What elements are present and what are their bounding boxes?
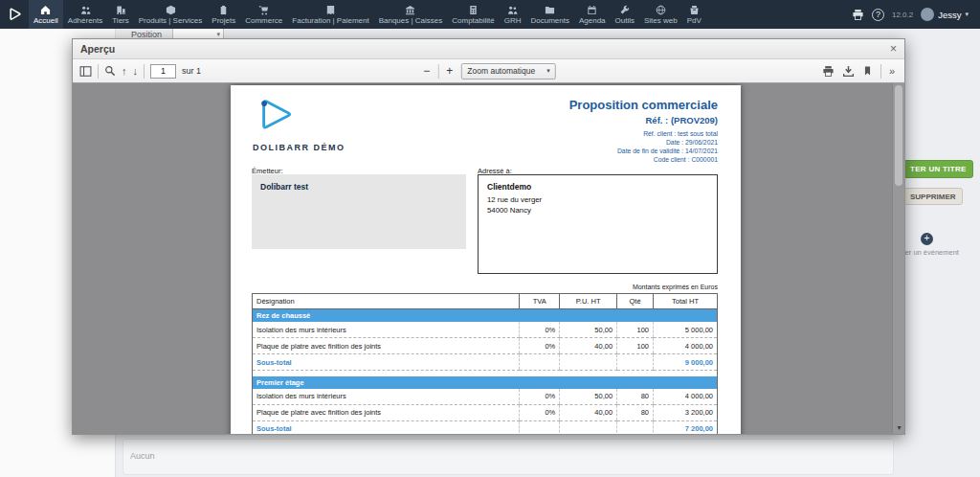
column-header: TVA [520, 294, 560, 309]
menu-label: Adhérents [68, 16, 102, 25]
menu-label: PdV [687, 16, 702, 25]
user-menu[interactable]: Jessy ▾ [921, 8, 969, 21]
company-name: DOLIBARR DÉMO [253, 143, 345, 152]
recipient-name: Clientdemo [487, 182, 708, 192]
document-ref: Réf. : (PROV209) [569, 115, 718, 125]
column-header: P.U. HT [560, 294, 617, 309]
zoom-out-icon[interactable]: − [421, 64, 432, 78]
chevron-down-icon: ▾ [216, 31, 220, 38]
search-icon[interactable] [104, 65, 116, 77]
section-row: Premier étage [253, 376, 718, 389]
modal-titlebar: Aperçu × [73, 39, 904, 59]
websites-icon [656, 5, 666, 15]
download-icon[interactable] [842, 65, 855, 78]
menu-label: Commerce [245, 16, 282, 25]
thirdparties-icon [116, 5, 126, 15]
commerce-icon [258, 5, 269, 15]
menu-commerce[interactable]: Commerce [240, 0, 287, 29]
menu-outils[interactable]: Outils [611, 0, 639, 29]
tools-icon [619, 5, 630, 15]
event-label: ler un événement [903, 248, 959, 257]
user-name: Jessy [938, 10, 961, 20]
menu-projets[interactable]: Projets [207, 0, 240, 29]
document-meta-line: Code client : C000001 [569, 155, 718, 164]
toolbar-separator [98, 64, 99, 79]
toolbar-separator [437, 64, 438, 79]
toolbar-center-group: − + Zoom automatique ▾ [421, 63, 555, 80]
menu-sites-web[interactable]: Sites web [639, 0, 682, 29]
documents-icon [545, 5, 555, 15]
page-number-input[interactable] [150, 64, 176, 79]
menu-banques-caisses[interactable]: Banques | Caisses [374, 0, 448, 29]
page-count-label: sur 1 [182, 66, 201, 76]
scroll-down-icon[interactable]: ▾ [893, 423, 904, 432]
add-event-icon[interactable]: + [921, 233, 933, 245]
zoom-in-icon[interactable]: + [444, 64, 455, 78]
line-row: Isolation des murs intérieurs0%50,001005… [253, 322, 718, 338]
vertical-scrollbar[interactable]: ▾ [892, 83, 904, 434]
menu-label: Accueil [33, 16, 58, 25]
add-title-button[interactable]: TER UN TITRE [903, 160, 973, 178]
line-row: Plaque de platre avec finition des joint… [253, 404, 718, 420]
menu-tiers[interactable]: Tiers [107, 0, 133, 29]
members-icon [80, 5, 91, 15]
toolbar-separator [880, 64, 881, 79]
pdf-page: DOLIBARR DÉMO Proposition commerciale Ré… [231, 85, 741, 434]
help-icon[interactable]: ? [872, 9, 884, 21]
column-header: Désignation [253, 294, 520, 309]
billing-icon [325, 5, 336, 15]
agenda-icon [587, 5, 597, 15]
close-icon[interactable]: × [890, 43, 897, 55]
dolibarr-demo-logo-icon [254, 96, 298, 138]
document-meta-line: Date de fin de validité : 14/07/2021 [569, 147, 718, 155]
previous-page-icon[interactable]: ↑ [122, 65, 127, 77]
zoom-select[interactable]: Zoom automatique ▾ [460, 63, 555, 80]
menu-adh-rents[interactable]: Adhérents [63, 0, 107, 29]
menu-label: Comptabilité [452, 16, 494, 25]
hr-icon [507, 5, 518, 15]
scrollbar-thumb[interactable] [895, 85, 902, 186]
print-icon[interactable] [852, 9, 864, 21]
user-avatar [921, 8, 934, 21]
subtotal-row: Sous-total9 000,00 [253, 354, 718, 371]
menu-label: Banques | Caisses [379, 16, 443, 25]
document-header: Proposition commerciale Réf. : (PROV209)… [569, 98, 718, 164]
top-menubar: AccueilAdhérentsTiersProduits | Services… [0, 0, 980, 29]
chevron-down-icon: ▾ [965, 11, 969, 18]
chevron-down-icon: ▾ [546, 67, 550, 75]
column-header: Qté [617, 294, 654, 309]
menu-facturation-paiement[interactable]: Facturation | Paiement [287, 0, 373, 29]
projects-icon [218, 5, 229, 15]
menu-label: Produits | Services [139, 16, 203, 25]
preview-modal: Aperçu × ↑ ↓ sur 1 − + Zoom automatique … [72, 38, 905, 435]
issuer-name: Dolibarr test [252, 174, 466, 199]
accounting-icon [468, 5, 479, 15]
menu-documents[interactable]: Documents [525, 0, 573, 29]
amounts-note: Montants exprimés en Euros [633, 284, 718, 290]
menu-accueil[interactable]: Accueil [29, 0, 63, 29]
menu-pdv[interactable]: PdV [682, 0, 706, 29]
toolbar-separator [144, 64, 145, 79]
next-page-icon[interactable]: ↓ [133, 65, 139, 77]
menu-label: Sites web [644, 16, 678, 25]
menu-label: Documents [530, 16, 568, 25]
line-row: Plaque de platre avec finition des joint… [253, 338, 718, 354]
column-header: Total HT [654, 294, 718, 309]
menu-agenda[interactable]: Agenda [574, 0, 611, 29]
bank-icon [405, 5, 415, 15]
menu-comptabilit[interactable]: Comptabilité [447, 0, 499, 29]
menu-grh[interactable]: GRH [500, 0, 526, 29]
bookmark-icon[interactable] [862, 65, 873, 77]
none-label: Aucun [123, 440, 893, 461]
more-tools-icon[interactable]: » [889, 65, 895, 77]
pdf-viewer: DOLIBARR DÉMO Proposition commerciale Ré… [73, 83, 904, 434]
print-icon[interactable] [822, 65, 835, 78]
recipient-box: Clientdemo 12 rue du verger 54000 Nancy [478, 174, 718, 274]
delete-button[interactable]: SUPPRIMER [903, 188, 963, 205]
toolbar-left-group: ↑ ↓ sur 1 [73, 64, 201, 79]
menu-label: Outils [615, 16, 635, 25]
pdf-toolbar: ↑ ↓ sur 1 − + Zoom automatique ▾ [73, 59, 904, 83]
menu-produits-services[interactable]: Produits | Services [134, 0, 208, 29]
dolibarr-logo-icon[interactable] [0, 0, 29, 29]
toggle-sidebar-icon[interactable] [79, 65, 92, 78]
